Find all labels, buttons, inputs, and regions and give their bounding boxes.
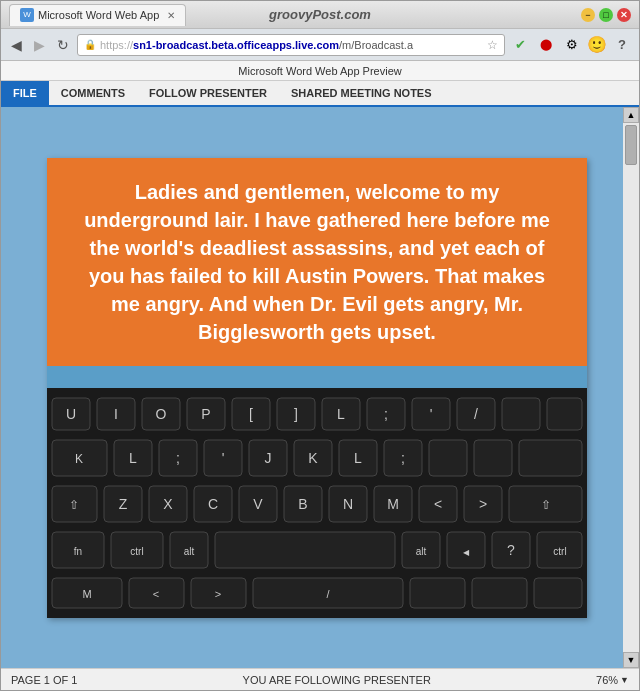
svg-rect-85	[534, 578, 582, 608]
svg-text:M: M	[387, 496, 399, 512]
svg-text:L: L	[354, 450, 362, 466]
svg-text:I: I	[114, 406, 118, 422]
address-bar[interactable]: 🔒 https://sn1-broadcast.beta.officeapps.…	[77, 34, 505, 56]
close-button[interactable]: ✕	[617, 8, 631, 22]
svg-rect-67	[215, 532, 395, 568]
svg-text:C: C	[208, 496, 218, 512]
slide-text: Ladies and gentlemen, welcome to my unde…	[84, 181, 550, 343]
svg-text:>: >	[479, 496, 487, 512]
tab-title: Microsoft Word Web App	[38, 9, 159, 21]
slide-container: Ladies and gentlemen, welcome to my unde…	[47, 158, 587, 618]
help-button[interactable]: ?	[611, 34, 633, 56]
address-protocol: https://	[100, 39, 133, 51]
svg-text:ctrl: ctrl	[130, 546, 143, 557]
tab-close-button[interactable]: ✕	[167, 10, 175, 21]
svg-rect-83	[410, 578, 465, 608]
svg-text:': '	[222, 450, 225, 466]
app-title-bar: Microsoft Word Web App Preview	[1, 61, 639, 81]
scroll-thumb[interactable]	[625, 125, 637, 165]
slide-area: Ladies and gentlemen, welcome to my unde…	[1, 107, 623, 668]
address-text: https://sn1-broadcast.beta.officeapps.li…	[100, 39, 483, 51]
svg-text:V: V	[253, 496, 263, 512]
svg-text:Z: Z	[119, 496, 128, 512]
svg-text:<: <	[153, 588, 159, 600]
address-path: /m/Broadcast.a	[339, 39, 413, 51]
address-domain: sn1-broadcast.beta.officeapps.live.com	[133, 39, 339, 51]
stop-icon[interactable]: ⬤	[535, 34, 557, 56]
svg-text:;: ;	[401, 450, 405, 466]
title-bar: W Microsoft Word Web App ✕ groovyPost.co…	[1, 1, 639, 29]
svg-text:<: <	[434, 496, 442, 512]
svg-text:L: L	[337, 406, 345, 422]
slide-text-box: Ladies and gentlemen, welcome to my unde…	[47, 158, 587, 366]
ribbon-tab-shared-notes-label: SHARED MEETING NOTES	[291, 87, 432, 99]
watermark-title: groovyPost.com	[269, 7, 371, 22]
maximize-button[interactable]: □	[599, 8, 613, 22]
svg-text:N: N	[343, 496, 353, 512]
security-check-icon[interactable]: ✔	[509, 34, 531, 56]
presenter-status: YOU ARE FOLLOWING PRESENTER	[243, 674, 431, 686]
scroll-up-button[interactable]: ▲	[623, 107, 639, 123]
svg-text:;: ;	[384, 406, 388, 422]
svg-text:O: O	[156, 406, 167, 422]
title-bar-left: W Microsoft Word Web App ✕	[9, 4, 186, 26]
svg-text:P: P	[201, 406, 210, 422]
svg-rect-11	[502, 398, 540, 430]
ribbon-tab-file-label: FILE	[13, 87, 37, 99]
forward-button[interactable]: ▶	[30, 35, 49, 55]
ribbon-tab-shared-notes[interactable]: SHARED MEETING NOTES	[279, 81, 444, 105]
navigation-bar: ◀ ▶ ↻ 🔒 https://sn1-broadcast.beta.offic…	[1, 29, 639, 61]
smiley-icon: 🙂	[587, 35, 607, 54]
svg-text:X: X	[163, 496, 173, 512]
svg-text:;: ;	[176, 450, 180, 466]
zoom-dropdown-icon[interactable]: ▼	[620, 675, 629, 685]
svg-text:⇧: ⇧	[541, 498, 551, 512]
ribbon-tab-file[interactable]: FILE	[1, 81, 49, 105]
page-count: PAGE 1 OF 1	[11, 674, 77, 686]
svg-text:fn: fn	[74, 546, 82, 557]
zoom-level: 76%	[596, 674, 618, 686]
keyboard-image: U I O P [ ] L ; ' /	[47, 388, 587, 618]
svg-rect-33	[519, 440, 582, 476]
svg-rect-31	[429, 440, 467, 476]
content-wrapper: Ladies and gentlemen, welcome to my unde…	[1, 107, 639, 668]
settings-icon[interactable]: ⚙	[561, 34, 583, 56]
ribbon-tab-comments-label: COMMENTS	[61, 87, 125, 99]
ribbon-tab-comments[interactable]: COMMENTS	[49, 81, 137, 105]
svg-rect-32	[474, 440, 512, 476]
svg-text:⇧: ⇧	[69, 498, 79, 512]
svg-text:K: K	[308, 450, 318, 466]
zoom-control[interactable]: 76% ▼	[596, 674, 629, 686]
svg-text:/: /	[474, 406, 478, 422]
svg-text:]: ]	[294, 406, 298, 422]
scroll-down-button[interactable]: ▼	[623, 652, 639, 668]
browser-tab[interactable]: W Microsoft Word Web App ✕	[9, 4, 186, 26]
svg-text:ctrl: ctrl	[553, 546, 566, 557]
back-button[interactable]: ◀	[7, 35, 26, 55]
svg-text:alt: alt	[184, 546, 195, 557]
tab-favicon: W	[20, 8, 34, 22]
svg-text:?: ?	[507, 542, 515, 558]
browser-window: W Microsoft Word Web App ✕ groovyPost.co…	[0, 0, 640, 691]
svg-text:B: B	[298, 496, 307, 512]
svg-text:K: K	[75, 452, 83, 466]
scroll-track[interactable]	[623, 123, 639, 652]
vertical-scrollbar: ▲ ▼	[623, 107, 639, 668]
ribbon-tab-follow-presenter[interactable]: FOLLOW PRESENTER	[137, 81, 279, 105]
reload-button[interactable]: ↻	[53, 35, 73, 55]
app-title: Microsoft Word Web App Preview	[238, 65, 401, 77]
content-area: Ladies and gentlemen, welcome to my unde…	[1, 107, 623, 668]
ribbon-tab-follow-presenter-label: FOLLOW PRESENTER	[149, 87, 267, 99]
svg-text:[: [	[249, 406, 253, 422]
bookmark-star-icon[interactable]: ☆	[487, 38, 498, 52]
svg-text:U: U	[66, 406, 76, 422]
svg-text:>: >	[215, 588, 221, 600]
ribbon: FILE COMMENTS FOLLOW PRESENTER SHARED ME…	[1, 81, 639, 107]
svg-rect-84	[472, 578, 527, 608]
window-controls: − □ ✕	[581, 8, 631, 22]
svg-rect-12	[547, 398, 582, 430]
nav-icons: ✔ ⬤ ⚙ 🙂 ?	[509, 34, 633, 56]
minimize-button[interactable]: −	[581, 8, 595, 22]
svg-text:◀: ◀	[463, 548, 470, 557]
svg-text:L: L	[129, 450, 137, 466]
